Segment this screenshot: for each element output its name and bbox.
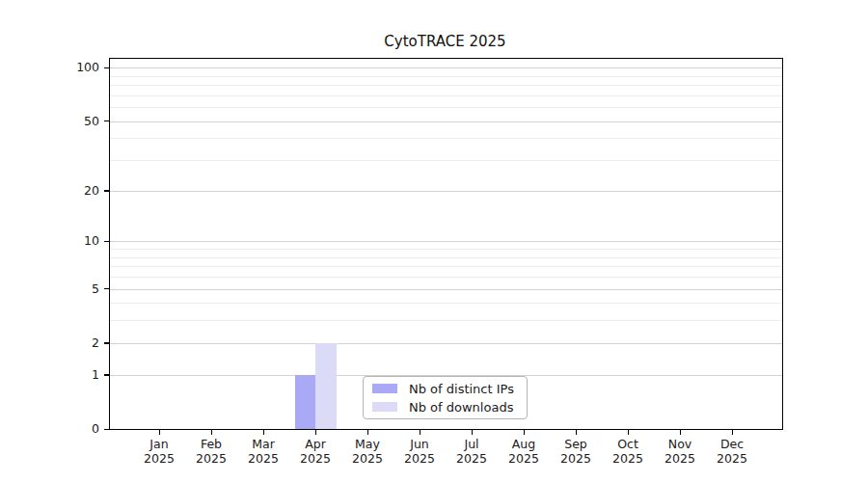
major-gridline (110, 191, 782, 192)
y-tick-label: 20 (46, 184, 99, 198)
y-tick-mark (104, 429, 110, 430)
y-tick-label: 2 (46, 336, 99, 350)
chart-title: CytoTRACE 2025 (109, 33, 781, 50)
downloads-swatch-icon (372, 402, 397, 412)
minor-gridline (110, 303, 782, 304)
minor-gridline (110, 76, 782, 77)
major-gridline (110, 241, 782, 242)
x-tick-mark (680, 430, 681, 435)
legend-label-distinct-ips: Nb of distinct IPs (409, 382, 514, 396)
legend-row-downloads: Nb of downloads (372, 400, 518, 415)
plot-area: 0125102050100Jan2025Feb2025Mar2025Apr202… (109, 58, 783, 430)
minor-gridline (110, 257, 782, 258)
major-gridline (110, 67, 782, 68)
x-tick-mark (524, 430, 525, 435)
minor-gridline (110, 249, 782, 250)
x-tick-mark (367, 430, 368, 435)
x-tick-mark (472, 430, 473, 435)
download-stats-chart: CytoTRACE 2025 0125102050100Jan2025Feb20… (0, 0, 868, 482)
x-tick-label: Dec2025 (701, 437, 763, 466)
y-tick-label: 0 (46, 422, 99, 436)
y-tick-label: 50 (46, 115, 99, 128)
minor-gridline (110, 138, 782, 139)
minor-gridline (110, 107, 782, 108)
minor-gridline (110, 160, 782, 161)
minor-gridline (110, 277, 782, 278)
x-tick-mark (315, 430, 316, 435)
y-tick-label: 5 (46, 282, 99, 296)
bar-nb-of-downloads (315, 343, 337, 429)
distinct-ips-swatch-icon (372, 384, 397, 393)
major-gridline (110, 121, 782, 122)
minor-gridline (110, 320, 782, 321)
x-tick-mark (211, 430, 212, 435)
x-tick-mark (263, 430, 264, 435)
major-gridline (110, 343, 782, 344)
x-tick-mark (628, 430, 629, 435)
year-label: 2025 (701, 451, 763, 466)
y-tick-label: 100 (46, 61, 99, 74)
x-tick-mark (576, 430, 577, 435)
minor-gridline (110, 85, 782, 86)
month-label: Dec (701, 437, 763, 451)
y-tick-label: 10 (46, 234, 99, 248)
y-tick-label: 1 (46, 368, 99, 382)
minor-gridline (110, 266, 782, 267)
minor-gridline (110, 95, 782, 96)
x-tick-mark (732, 430, 733, 435)
x-tick-mark (420, 430, 420, 435)
bar-nb-of-distinct-ips (295, 375, 316, 429)
legend-row-distinct-ips: Nb of distinct IPs (372, 382, 518, 396)
x-tick-mark (159, 430, 160, 435)
legend-label-downloads: Nb of downloads (409, 400, 513, 415)
major-gridline (110, 289, 782, 290)
chart-legend: Nb of distinct IPs Nb of downloads (363, 376, 528, 419)
